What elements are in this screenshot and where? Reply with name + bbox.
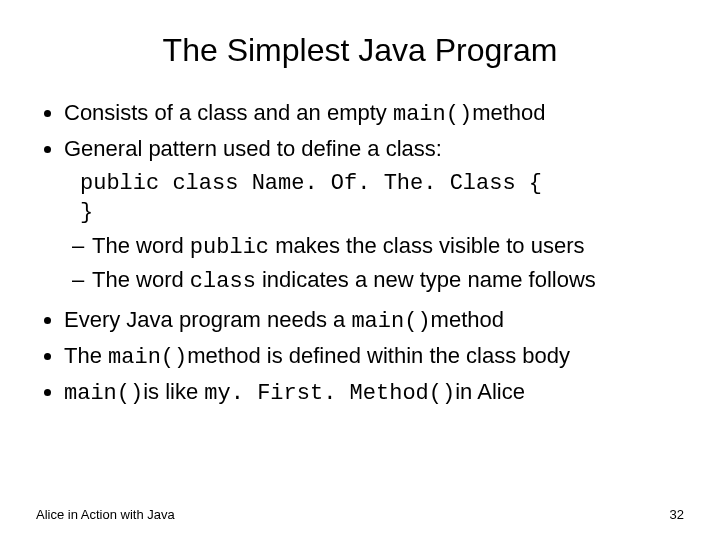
- footer-page-number: 32: [670, 507, 684, 522]
- bullet-list-2: Every Java program needs a main()method …: [36, 304, 684, 410]
- bullet-3-a: Every Java program needs a: [64, 307, 351, 332]
- code-line-2: }: [80, 200, 93, 225]
- bullet-4-code: main(): [108, 345, 187, 370]
- bullet-4-a: The: [64, 343, 108, 368]
- bullet-2-text: General pattern used to define a class:: [64, 136, 442, 161]
- footer-left: Alice in Action with Java: [36, 507, 175, 522]
- sub-2-code: class: [190, 269, 256, 294]
- bullet-5-end: in Alice: [455, 379, 525, 404]
- bullet-4: The main()method is defined within the c…: [64, 340, 684, 374]
- bullet-1-text-a: Consists of a class and an empty: [64, 100, 393, 125]
- slide: The Simplest Java Program Consists of a …: [0, 0, 720, 540]
- bullet-2: General pattern used to define a class:: [64, 133, 684, 165]
- sub-bullet-2: The word class indicates a new type name…: [72, 264, 684, 298]
- bullet-list: Consists of a class and an empty main()m…: [36, 97, 684, 165]
- bullet-1-code: main(): [393, 102, 472, 127]
- sub-1-code: public: [190, 235, 269, 260]
- sub-2-a: The word: [92, 267, 190, 292]
- bullet-3-code: main(): [351, 309, 430, 334]
- bullet-5-code2: my. First. Method(): [204, 381, 455, 406]
- bullet-1: Consists of a class and an empty main()m…: [64, 97, 684, 131]
- code-block: public class Name. Of. The. Class { }: [80, 169, 684, 228]
- slide-title: The Simplest Java Program: [36, 32, 684, 69]
- footer: Alice in Action with Java 32: [36, 507, 684, 522]
- sub-bullet-1: The word public makes the class visible …: [72, 230, 684, 264]
- bullet-1-text-b: method: [472, 100, 545, 125]
- bullet-5: main()is like my. First. Method()in Alic…: [64, 376, 684, 410]
- sub-bullet-list: The word public makes the class visible …: [72, 230, 684, 298]
- bullet-5-code1: main(): [64, 381, 143, 406]
- sub-1-a: The word: [92, 233, 190, 258]
- bullet-3: Every Java program needs a main()method: [64, 304, 684, 338]
- code-line-1: public class Name. Of. The. Class {: [80, 171, 542, 196]
- bullet-5-mid: is like: [143, 379, 204, 404]
- bullet-4-b: method is defined within the class body: [187, 343, 570, 368]
- sub-2-b: indicates a new type name follows: [256, 267, 596, 292]
- bullet-3-b: method: [431, 307, 504, 332]
- sub-1-b: makes the class visible to users: [269, 233, 584, 258]
